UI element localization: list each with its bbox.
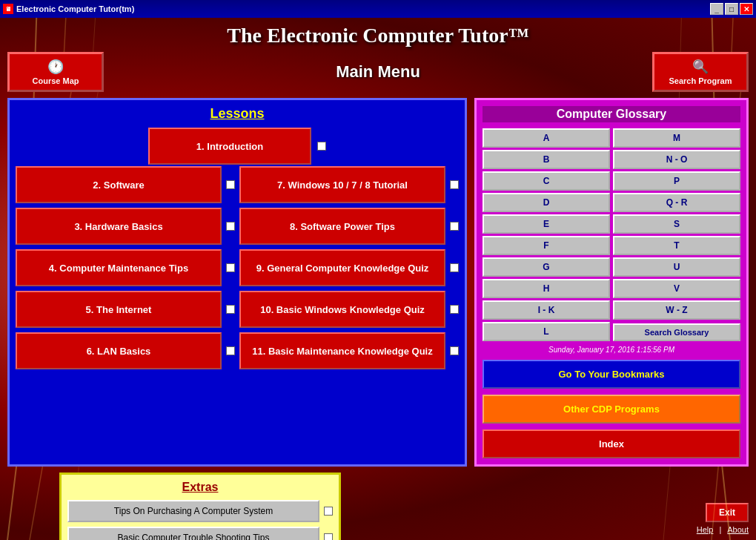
lesson-8-item: 8. Software Power Tips <box>239 208 459 245</box>
extra-2-checkbox[interactable] <box>324 533 333 540</box>
titlebar: 🖥 Electronic Computer Tutor(tm) _ □ ✕ <box>0 0 756 18</box>
glossary-panel: Computer Glossary A B C D E F G H I - K … <box>474 98 749 467</box>
glossary-v-button[interactable]: V <box>613 279 740 298</box>
lesson-7-item: 7. Windows 10 / 7 / 8 Tutorial <box>239 166 459 203</box>
glossary-wz-button[interactable]: W - Z <box>613 300 740 320</box>
glossary-s-button[interactable]: S <box>613 214 740 234</box>
lesson-4-checkbox[interactable] <box>226 263 235 272</box>
main-menu-label: Main Menu <box>336 62 420 82</box>
top-row: 🕐 Course Map Main Menu 🔍 Search Program <box>7 52 749 92</box>
search-program-icon: 🔍 <box>692 59 709 75</box>
glossary-m-button[interactable]: M <box>613 128 740 148</box>
lesson-10-button[interactable]: 10. Basic Windows Knowledge Quiz <box>239 291 445 328</box>
close-button[interactable]: ✕ <box>740 3 753 15</box>
lesson-11-button[interactable]: 11. Basic Maintenance Knowledge Quiz <box>239 332 445 369</box>
glossary-h-button[interactable]: H <box>483 279 610 298</box>
content-row: Lessons 1. Introduction 2. Software 3. H… <box>7 98 749 467</box>
course-map-icon: 🕐 <box>47 59 64 75</box>
search-program-label: Search Program <box>669 76 732 85</box>
lesson-9-item: 9. General Computer Knowledge Quiz <box>239 249 459 286</box>
extras-panel: Extras Tips On Purchasing A Computer Sys… <box>59 472 341 540</box>
lesson-6-button[interactable]: 6. LAN Basics <box>16 332 222 369</box>
extra-1-button[interactable]: Tips On Purchasing A Computer System <box>67 500 319 522</box>
lessons-left-column: 2. Software 3. Hardware Basics 4. Comput… <box>16 166 235 369</box>
lesson-6-item: 6. LAN Basics <box>16 332 235 369</box>
app-title: The Electronic Computer Tutor™ <box>7 24 749 47</box>
glossary-c-button[interactable]: C <box>483 171 610 191</box>
titlebar-left: 🖥 Electronic Computer Tutor(tm) <box>3 4 134 14</box>
lesson-4-button[interactable]: 4. Computer Maintenance Tips <box>16 249 222 286</box>
glossary-no-button[interactable]: N - O <box>613 150 740 169</box>
glossary-search-button[interactable]: Search Glossary <box>613 323 740 341</box>
glossary-grid: A B C D E F G H I - K L M N - O P Q - R <box>483 128 740 341</box>
lesson-3-item: 3. Hardware Basics <box>16 208 235 245</box>
glossary-e-button[interactable]: E <box>483 214 610 234</box>
right-action-buttons: Go To Your Bookmarks Other CDP Programs … <box>483 360 740 458</box>
lessons-title: Lessons <box>16 106 459 122</box>
lesson-8-button[interactable]: 8. Software Power Tips <box>239 208 445 245</box>
lesson-11-checkbox[interactable] <box>450 346 459 355</box>
lesson-5-checkbox[interactable] <box>226 305 235 314</box>
glossary-g-button[interactable]: G <box>483 257 610 277</box>
lessons-panel: Lessons 1. Introduction 2. Software 3. H… <box>7 98 467 467</box>
lesson-2-checkbox[interactable] <box>226 180 235 189</box>
lesson-2-button[interactable]: 2. Software <box>16 166 222 203</box>
course-map-label: Course Map <box>33 76 79 85</box>
extra-1-item: Tips On Purchasing A Computer System <box>67 500 333 522</box>
glossary-p-button[interactable]: P <box>613 171 740 191</box>
lesson-1-button[interactable]: 1. Introduction <box>148 128 311 165</box>
lesson-5-button[interactable]: 5. The Internet <box>16 291 222 328</box>
cdp-button[interactable]: Other CDP Programs <box>483 395 740 424</box>
glossary-title: Computer Glossary <box>483 106 740 122</box>
glossary-date: Sunday, January 17, 2016 1:15:56 PM <box>483 346 740 354</box>
glossary-u-button[interactable]: U <box>613 257 740 277</box>
lesson-3-button[interactable]: 3. Hardware Basics <box>16 208 222 245</box>
glossary-ik-button[interactable]: I - K <box>483 300 610 320</box>
extra-1-checkbox[interactable] <box>324 507 333 516</box>
glossary-left-letters: A B C D E F G H I - K L <box>483 128 610 341</box>
lesson-6-checkbox[interactable] <box>226 346 235 355</box>
lesson-9-button[interactable]: 9. General Computer Knowledge Quiz <box>239 249 445 286</box>
maximize-button[interactable]: □ <box>725 3 738 15</box>
lessons-right-column: 7. Windows 10 / 7 / 8 Tutorial 8. Softwa… <box>239 166 459 369</box>
lesson-1-checkbox[interactable] <box>317 142 326 151</box>
index-button[interactable]: Index <box>483 429 740 458</box>
lesson-10-checkbox[interactable] <box>450 305 459 314</box>
course-map-button[interactable]: 🕐 Course Map <box>7 52 104 92</box>
lesson-8-checkbox[interactable] <box>450 222 459 231</box>
main-content: The Electronic Computer Tutor™ 🕐 Course … <box>0 18 756 540</box>
glossary-a-button[interactable]: A <box>483 128 610 148</box>
titlebar-title: Electronic Computer Tutor(tm) <box>16 4 134 13</box>
glossary-t-button[interactable]: T <box>613 236 740 255</box>
glossary-qr-button[interactable]: Q - R <box>613 193 740 212</box>
extras-title: Extras <box>67 481 333 494</box>
titlebar-icon: 🖥 <box>3 4 13 14</box>
glossary-f-button[interactable]: F <box>483 236 610 255</box>
lesson-7-button[interactable]: 7. Windows 10 / 7 / 8 Tutorial <box>239 166 445 203</box>
lesson-9-checkbox[interactable] <box>450 263 459 272</box>
bottom-row: Extras Tips On Purchasing A Computer Sys… <box>7 472 749 540</box>
lesson-10-item: 10. Basic Windows Knowledge Quiz <box>239 291 459 328</box>
lesson-intro-row: 1. Introduction <box>16 128 459 165</box>
titlebar-controls: _ □ ✕ <box>710 3 753 15</box>
lesson-5-item: 5. The Internet <box>16 291 235 328</box>
lesson-2-item: 2. Software <box>16 166 235 203</box>
search-program-button[interactable]: 🔍 Search Program <box>652 52 749 92</box>
extra-2-button[interactable]: Basic Computer Trouble Shooting Tips <box>67 527 319 540</box>
glossary-b-button[interactable]: B <box>483 150 610 169</box>
glossary-d-button[interactable]: D <box>483 193 610 212</box>
bookmarks-button[interactable]: Go To Your Bookmarks <box>483 360 740 389</box>
glossary-l-button[interactable]: L <box>483 322 610 341</box>
lesson-3-checkbox[interactable] <box>226 222 235 231</box>
lesson-7-checkbox[interactable] <box>450 180 459 189</box>
lesson-11-item: 11. Basic Maintenance Knowledge Quiz <box>239 332 459 369</box>
lesson-4-item: 4. Computer Maintenance Tips <box>16 249 235 286</box>
minimize-button[interactable]: _ <box>710 3 723 15</box>
glossary-right-letters: M N - O P Q - R S T U V W - Z Search Glo… <box>613 128 740 341</box>
extra-2-item: Basic Computer Trouble Shooting Tips <box>67 527 333 540</box>
lessons-grid: 2. Software 3. Hardware Basics 4. Comput… <box>16 166 459 369</box>
